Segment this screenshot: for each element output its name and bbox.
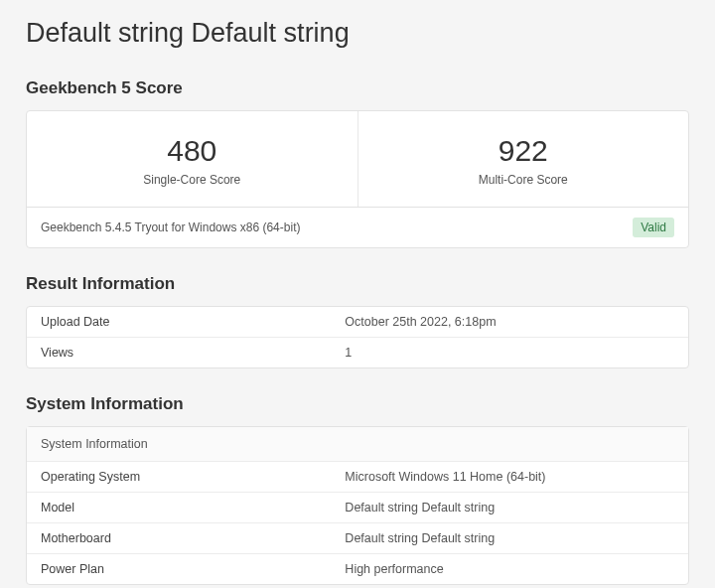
result-info-key: Upload Date [27,307,331,338]
multi-core-value: 922 [368,133,679,169]
multi-core-label: Multi-Core Score [368,173,679,187]
table-row: Model Default string Default string [27,493,688,523]
system-info-value: Default string Default string [331,523,688,554]
status-badge: Valid [633,218,674,237]
table-row: Upload Date October 25th 2022, 6:18pm [27,307,688,338]
table-row: Operating System Microsoft Windows 11 Ho… [27,462,688,493]
result-info-key: Views [27,338,331,368]
system-info-value: High performance [331,554,688,585]
single-core-label: Single-Core Score [37,173,348,187]
system-info-subheader: System Information [27,427,688,462]
system-info-key: Model [27,493,331,523]
version-row: Geekbench 5.4.5 Tryout for Windows x86 (… [27,207,688,247]
result-info-value: October 25th 2022, 6:18pm [331,307,688,338]
version-text: Geekbench 5.4.5 Tryout for Windows x86 (… [41,220,300,234]
system-info-heading: System Information [26,394,689,414]
single-core-value: 480 [37,133,348,169]
score-row: 480 Single-Core Score 922 Multi-Core Sco… [27,111,688,207]
system-info-key: Motherboard [27,523,331,554]
page-title: Default string Default string [26,18,689,49]
single-core-cell: 480 Single-Core Score [27,111,358,207]
score-card: 480 Single-Core Score 922 Multi-Core Sco… [26,110,689,248]
system-info-value: Default string Default string [331,493,688,523]
result-info-card: Upload Date October 25th 2022, 6:18pm Vi… [26,306,689,368]
table-row: Views 1 [27,338,688,368]
score-section-heading: Geekbench 5 Score [26,78,689,98]
table-row: Motherboard Default string Default strin… [27,523,688,554]
table-row: Power Plan High performance [27,554,688,585]
result-info-heading: Result Information [26,274,689,294]
system-info-key: Operating System [27,462,331,493]
system-info-key: Power Plan [27,554,331,585]
system-info-table: System Information Operating System Micr… [27,427,688,584]
result-info-value: 1 [331,338,688,368]
multi-core-cell: 922 Multi-Core Score [358,111,689,207]
result-info-table: Upload Date October 25th 2022, 6:18pm Vi… [27,307,688,368]
system-info-value: Microsoft Windows 11 Home (64-bit) [331,462,688,493]
system-info-card: System Information Operating System Micr… [26,426,689,585]
system-info-subheader-row: System Information [27,427,688,462]
